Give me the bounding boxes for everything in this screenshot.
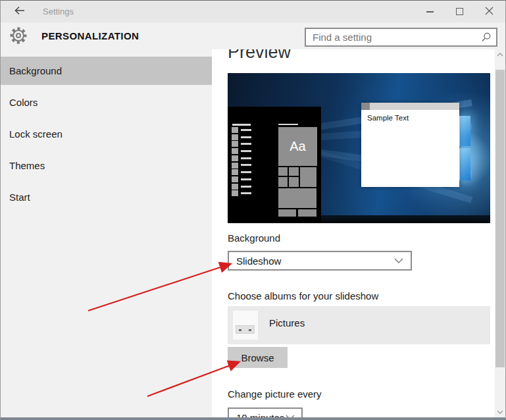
menu-header-line — [232, 124, 251, 126]
album-name: Pictures — [269, 317, 305, 328]
sidebar-item-label: Background — [9, 65, 62, 76]
sample-window-titlebar — [361, 103, 459, 110]
photo-placeholder-icon — [236, 325, 255, 334]
sidebar-item-label: Colors — [9, 97, 38, 108]
minimize-icon — [426, 11, 434, 13]
sidebar-item-label: Start — [9, 192, 30, 203]
album-row-pictures[interactable]: Pictures — [228, 306, 490, 344]
window-title: Settings — [43, 1, 74, 22]
sidebar-item-colors[interactable]: Colors — [1, 88, 212, 117]
chevron-down-icon — [286, 415, 295, 417]
tile-small — [278, 209, 296, 217]
maximize-button[interactable] — [445, 1, 474, 22]
menu-app-labels — [241, 129, 251, 199]
search-input[interactable] — [306, 32, 481, 43]
sidebar-item-label: Themes — [9, 160, 45, 171]
sidebar: Background Colors Lock screen Themes Sta… — [1, 49, 212, 417]
minimize-button[interactable] — [415, 1, 445, 22]
background-label: Background — [228, 232, 280, 244]
change-picture-dropdown[interactable]: 10 minutes — [228, 407, 303, 417]
tile-small — [298, 209, 316, 217]
sidebar-item-start[interactable]: Start — [1, 183, 212, 211]
scroll-up-button[interactable] — [495, 49, 505, 60]
title-bar: Settings — [1, 1, 505, 22]
albums-label: Choose albums for your slideshow — [228, 290, 378, 302]
sidebar-item-lock-screen[interactable]: Lock screen — [1, 120, 212, 148]
gear-icon — [9, 26, 28, 47]
change-picture-label: Change picture every — [228, 388, 322, 400]
settings-window: Settings PERSONALIZATION — [0, 0, 506, 420]
tile-quad — [278, 167, 299, 187]
main-content: Preview Aa — [212, 49, 495, 417]
scrollbar-thumb[interactable] — [495, 70, 505, 367]
back-button[interactable] — [9, 1, 31, 22]
sample-window-mockup: Sample Text — [361, 103, 459, 187]
sidebar-item-label: Lock screen — [9, 128, 63, 140]
tiles-header-line — [278, 124, 298, 125]
chevron-down-icon — [394, 258, 403, 263]
search-box — [305, 28, 497, 47]
preview-heading: Preview — [228, 49, 291, 63]
start-menu-mockup: Aa — [228, 107, 321, 223]
page-header: PERSONALIZATION — [1, 22, 505, 49]
browse-button[interactable]: Browse — [228, 347, 288, 368]
windows-logo-pane — [459, 148, 470, 180]
search-icon[interactable] — [481, 32, 492, 43]
sidebar-item-themes[interactable]: Themes — [1, 151, 212, 180]
photo-mark — [249, 329, 251, 331]
page-title: PERSONALIZATION — [41, 22, 139, 49]
background-preview-image: Aa Sample Text — [228, 73, 490, 223]
menu-app-icons — [232, 127, 238, 197]
chevron-up-icon — [497, 53, 503, 57]
close-button[interactable] — [474, 1, 504, 22]
change-picture-value: 10 minutes — [229, 412, 284, 418]
window-controls — [415, 1, 504, 22]
chevron-down-icon — [497, 410, 503, 414]
background-dropdown[interactable]: Slideshow — [228, 251, 412, 271]
close-icon — [485, 6, 493, 18]
sidebar-item-background[interactable]: Background — [1, 57, 212, 85]
sample-window-text: Sample Text — [367, 114, 409, 122]
scrollbar — [495, 49, 505, 417]
tile-aa: Aa — [278, 127, 317, 166]
maximize-icon — [456, 8, 463, 15]
tile-medium — [300, 167, 316, 187]
background-dropdown-value: Slideshow — [229, 255, 281, 267]
album-thumbnail-icon — [233, 311, 258, 340]
scroll-down-button[interactable] — [495, 407, 505, 417]
windows-logo-pane — [459, 116, 470, 146]
tile-wide — [278, 188, 316, 208]
back-arrow-icon — [13, 5, 26, 18]
sample-window-corner — [361, 103, 370, 110]
photo-mark — [239, 329, 241, 331]
